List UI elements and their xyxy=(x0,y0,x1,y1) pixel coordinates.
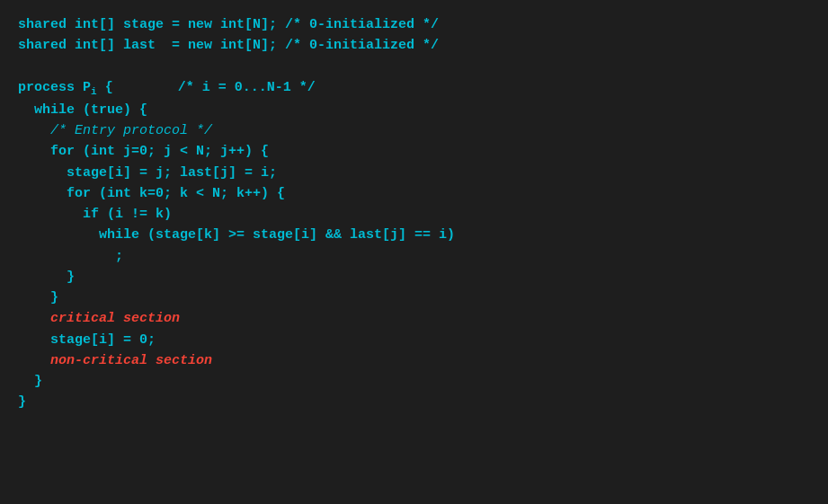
line19: } xyxy=(18,394,26,410)
line18: } xyxy=(18,374,42,389)
line2: shared int[] last = new int[N]; /* 0-ini… xyxy=(18,38,439,53)
line16: stage[i] = 0; xyxy=(18,332,156,348)
line12: ; xyxy=(18,249,123,264)
line4: process Pi { /* i = 0...N-1 */ xyxy=(18,80,316,95)
line10: if (i != k) xyxy=(18,207,172,222)
code-container: shared int[] stage = new int[N]; /* 0-in… xyxy=(18,14,810,413)
line6: /* Entry protocol */ xyxy=(18,123,212,138)
line11: while (stage[k] >= stage[i] && last[j] =… xyxy=(18,227,455,243)
line7: for (int j=0; j < N; j++) { xyxy=(18,144,269,159)
code-pre: shared int[] stage = new int[N]; /* 0-in… xyxy=(18,14,810,413)
line9: for (int k=0; k < N; k++) { xyxy=(18,186,285,201)
line8: stage[i] = j; last[j] = i; xyxy=(18,165,277,181)
line5: while (true) { xyxy=(18,102,147,118)
line1: shared int[] stage = new int[N]; /* 0-in… xyxy=(18,17,439,32)
line15: critical section xyxy=(18,311,180,326)
line13: } xyxy=(18,270,75,285)
line14: } xyxy=(18,290,58,305)
line17: non-critical section xyxy=(18,353,212,368)
